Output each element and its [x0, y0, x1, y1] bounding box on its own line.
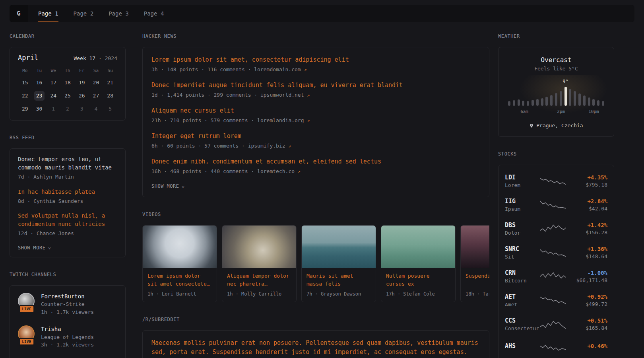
- calendar-dow: Su: [108, 68, 113, 74]
- hn-item-stats: 16h · 468 points · 440 comments ·: [151, 168, 254, 174]
- calendar-dow: Tu: [37, 68, 42, 74]
- hn-item: Integer eget rutrum lorem 6h · 60 points…: [151, 132, 480, 150]
- chevron-down-icon: ⌄: [48, 244, 51, 249]
- video-title-link[interactable]: Mauris sit amet massa felis: [302, 268, 376, 289]
- external-link-icon[interactable]: ↗: [304, 67, 307, 72]
- stock-price: $42.04: [566, 206, 607, 212]
- hn-item-domain-link[interactable]: ipsumify.biz: [248, 143, 285, 149]
- hn-item-stats: 1d · 1,414 points · 299 comments ·: [151, 92, 257, 98]
- chevron-down-icon: ⌄: [182, 183, 185, 188]
- calendar-day-next-month: 4: [91, 104, 101, 114]
- calendar-header: April Week 17 · 2024: [18, 54, 117, 62]
- video-title-link[interactable]: Aliquam tempor dolor nec pharetra…: [222, 268, 296, 289]
- video-card[interactable]: Aliquam tempor dolor nec pharetra… 1h · …: [222, 225, 297, 302]
- subreddit-card: Maecenas mollis pulvinar erat non posuer…: [142, 330, 489, 358]
- hn-item-link[interactable]: Integer eget rutrum lorem: [151, 132, 480, 141]
- video-card[interactable]: Nullam posuere cursus ex 17h · Stefan Co…: [381, 225, 456, 302]
- stock-row: AET Amet +0.92% $499.72: [505, 288, 607, 312]
- stock-row: CRN Bitcorn -1.00% $66,171.48: [505, 265, 607, 288]
- video-title-link[interactable]: Nullam posuere cursus ex: [381, 268, 455, 289]
- hn-item-domain-link[interactable]: loremlandia.org: [257, 117, 304, 123]
- calendar-dow: Fr: [79, 68, 84, 74]
- video-title-link[interactable]: Lorem ipsum dolor sit amet consectetu…: [143, 268, 217, 289]
- video-meta: 17h · Stefan Cole: [381, 289, 455, 302]
- twitch-channel[interactable]: LIVE ForrestBurton Counter-Strike 1h · 1…: [18, 293, 117, 316]
- hn-item: Lorem ipsum dolor sit amet, consectetur …: [151, 55, 480, 73]
- calendar-day: 21: [105, 78, 115, 88]
- stock-id: DBS Dolor: [505, 222, 540, 236]
- hn-show-more-button[interactable]: SHOW MORE ⌄: [151, 183, 185, 189]
- rss-show-more-button[interactable]: SHOW MORE ⌄: [18, 245, 51, 251]
- calendar-year: · 2024: [99, 55, 117, 61]
- rss-section: RSS FEED Donec tempor eros leo, ut commo…: [10, 135, 126, 257]
- external-link-icon[interactable]: ↗: [307, 118, 310, 123]
- tab-page-2[interactable]: Page 2: [74, 5, 94, 22]
- video-thumbnail[interactable]: [222, 226, 296, 268]
- twitch-avatar-wrap: LIVE: [18, 325, 35, 343]
- weather-condition: Overcast: [506, 56, 606, 64]
- twitch-channel[interactable]: LIVE Trisha League of Legends 3h · 1.2k …: [18, 325, 117, 349]
- hn-item-stats: 21h · 710 points · 579 comments ·: [151, 117, 254, 123]
- calendar-day: 25: [62, 91, 73, 101]
- rss-section-title: RSS FEED: [10, 135, 126, 140]
- weather-bar: [578, 93, 581, 106]
- stock-row: CCS Consectetur +0.51% $165.84: [505, 312, 607, 336]
- videos-section: VIDEOS Lorem ipsum dolor sit amet consec…: [142, 212, 489, 302]
- twitch-channel-name[interactable]: ForrestBurton: [41, 293, 94, 301]
- video-card[interactable]: Suspendisse … diam 18h · Tara: [460, 225, 489, 302]
- stock-row: AHS +0.46%: [505, 336, 607, 358]
- weather-bar: [550, 95, 553, 106]
- video-thumbnail[interactable]: [302, 226, 376, 268]
- calendar-day: 29: [20, 104, 30, 114]
- twitch-channel-name[interactable]: Trisha: [41, 325, 94, 333]
- external-link-icon[interactable]: ↗: [298, 169, 301, 174]
- twitch-channel-info: Trisha League of Legends 3h · 1.2k viewe…: [41, 325, 94, 349]
- stock-row: SNRC Sit +1.36% $148.64: [505, 241, 607, 265]
- rss-item-link[interactable]: Donec tempor eros leo, ut commodo mauris…: [18, 155, 117, 172]
- calendar-section-title: CALENDAR: [10, 33, 126, 39]
- hn-item-domain-link[interactable]: ipsumworld.net: [260, 92, 304, 98]
- calendar-day: 20: [91, 78, 101, 88]
- stock-change: +4.35%: [566, 174, 607, 181]
- external-link-icon[interactable]: ↗: [307, 92, 310, 98]
- calendar-day: 24: [48, 91, 58, 101]
- hn-item-link[interactable]: Donec enim nibh, condimentum et accumsan…: [151, 157, 480, 166]
- stock-name: Bitcorn: [505, 278, 540, 284]
- app-logo[interactable]: G: [10, 5, 28, 22]
- tab-page-4[interactable]: Page 4: [144, 5, 164, 22]
- calendar-dow: Th: [65, 68, 70, 74]
- stock-symbol: IIG: [505, 198, 540, 205]
- hn-item-link[interactable]: Lorem ipsum dolor sit amet, consectetur …: [151, 55, 480, 64]
- weather-bar: [513, 100, 515, 106]
- video-thumbnail[interactable]: [381, 226, 455, 268]
- video-title-link[interactable]: Suspendisse … diam: [461, 268, 489, 289]
- rss-item-link[interactable]: Sed volutpat nulla nisl, a condimentum n…: [18, 212, 117, 228]
- stock-name: Lorem: [505, 182, 540, 188]
- stocks-card: LDI Lorem +4.35% $795.18 IIG Ipsum: [498, 165, 614, 358]
- stock-change: +2.84%: [566, 198, 607, 204]
- weather-bar: [531, 100, 534, 106]
- reddit-item-link[interactable]: Maecenas mollis pulvinar erat non posuer…: [151, 339, 480, 356]
- videos-section-title: VIDEOS: [142, 212, 489, 217]
- hn-item-stats: 6h · 60 points · 57 comments ·: [151, 143, 245, 149]
- tab-page-1[interactable]: Page 1: [38, 5, 58, 22]
- video-thumbnail[interactable]: [461, 226, 489, 268]
- calendar-day-next-month: 1: [48, 104, 58, 114]
- rss-item: Sed volutpat nulla nisl, a condimentum n…: [18, 212, 117, 237]
- rss-item-link[interactable]: In hac habitasse platea: [18, 188, 117, 196]
- hn-item-link[interactable]: Aliquam nec cursus elit: [151, 106, 480, 115]
- video-card[interactable]: Lorem ipsum dolor sit amet consectetu… 1…: [142, 225, 217, 302]
- hackernews-section: HACKER NEWS Lorem ipsum dolor sit amet, …: [142, 33, 489, 197]
- hn-item-link[interactable]: Donec imperdiet augue tincidunt felis al…: [151, 81, 480, 90]
- stock-change-block: +1.36% $148.64: [566, 246, 607, 259]
- stock-change-block: -1.00% $66,171.48: [566, 270, 607, 283]
- video-card[interactable]: Mauris sit amet massa felis 7h · Grayson…: [301, 225, 376, 302]
- tab-page-3[interactable]: Page 3: [109, 5, 129, 22]
- rss-item: Donec tempor eros leo, ut commodo mauris…: [18, 155, 117, 181]
- weather-bar: [518, 99, 520, 106]
- hn-item-meta: 1d · 1,414 points · 299 comments · ipsum…: [151, 91, 480, 99]
- video-thumbnail[interactable]: [143, 226, 217, 268]
- external-link-icon[interactable]: ↗: [288, 143, 291, 149]
- hn-item-domain-link[interactable]: loremtech.co: [257, 168, 295, 174]
- hn-item-domain-link[interactable]: loremdomain.com: [254, 66, 301, 72]
